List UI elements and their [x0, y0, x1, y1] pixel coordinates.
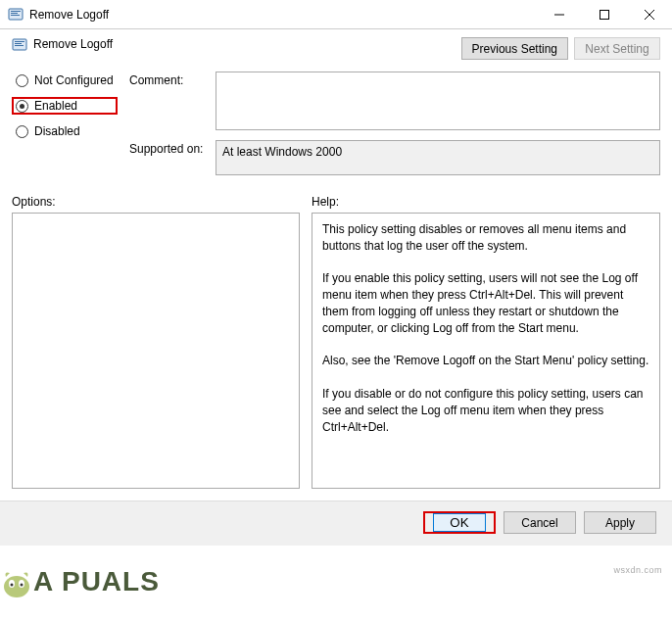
maximize-button[interactable]: [582, 0, 627, 29]
radio-circle-icon: [16, 74, 28, 87]
columns-header: Options: Help:: [0, 187, 672, 213]
svg-rect-0: [9, 9, 23, 20]
svg-point-16: [21, 584, 24, 587]
state-radio-group: Not Configured Enabled Disabled: [12, 72, 118, 175]
svg-rect-3: [11, 15, 20, 16]
radio-not-configured-label: Not Configured: [34, 73, 114, 87]
svg-rect-2: [11, 13, 18, 14]
navigation-buttons: Previous Setting Next Setting: [461, 37, 660, 60]
svg-rect-1: [11, 11, 21, 12]
comment-input[interactable]: [216, 72, 660, 130]
svg-rect-9: [15, 41, 24, 42]
apply-button[interactable]: Apply: [584, 511, 656, 534]
svg-point-15: [11, 584, 14, 587]
minimize-button[interactable]: [537, 0, 582, 29]
config-section: Not Configured Enabled Disabled Comment:…: [0, 60, 672, 187]
brand-mascot-icon: [0, 567, 33, 600]
panes: This policy setting disables or removes …: [0, 213, 672, 501]
radio-circle-icon: [16, 125, 28, 138]
supported-row: Supported on: At least Windows 2000: [129, 140, 660, 175]
options-panel: [12, 213, 300, 489]
supported-label: Supported on:: [129, 140, 208, 156]
svg-point-12: [4, 576, 29, 597]
policy-icon: [8, 7, 24, 23]
options-label: Options:: [12, 195, 300, 209]
policy-title: Remove Logoff: [33, 37, 461, 51]
brand-watermark: A PUALS: [0, 566, 160, 600]
header-section: Remove Logoff Previous Setting Next Sett…: [0, 29, 672, 60]
radio-not-configured[interactable]: Not Configured: [12, 72, 118, 89]
watermark-text: wsxdn.com: [613, 565, 662, 575]
cancel-button[interactable]: Cancel: [504, 511, 576, 534]
radio-dot-icon: [20, 104, 24, 109]
svg-rect-5: [600, 10, 609, 19]
window-controls: [537, 0, 672, 29]
policy-item-icon: [12, 37, 27, 53]
radio-disabled-label: Disabled: [34, 124, 80, 138]
svg-rect-10: [15, 43, 22, 44]
radio-circle-icon: [16, 100, 28, 113]
help-panel: This policy setting disables or removes …: [312, 213, 660, 489]
radio-disabled[interactable]: Disabled: [12, 122, 118, 140]
brand-text: A PUALS: [33, 566, 160, 596]
comment-row: Comment:: [129, 72, 660, 130]
next-setting-button: Next Setting: [574, 37, 660, 60]
ok-button[interactable]: OK: [433, 513, 486, 532]
help-label: Help:: [312, 195, 660, 209]
comment-label: Comment:: [129, 72, 208, 87]
ok-button-highlight: OK: [423, 511, 496, 534]
supported-value: At least Windows 2000: [216, 140, 660, 175]
radio-enabled-label: Enabled: [34, 99, 77, 113]
dialog-buttons: OK Cancel Apply: [0, 501, 672, 546]
svg-rect-8: [13, 39, 26, 50]
radio-enabled[interactable]: Enabled: [12, 97, 118, 115]
titlebar: Remove Logoff: [0, 0, 672, 29]
window-title: Remove Logoff: [29, 8, 537, 22]
close-button[interactable]: [627, 0, 672, 29]
fields-column: Comment: Supported on: At least Windows …: [129, 72, 660, 175]
previous-setting-button[interactable]: Previous Setting: [461, 37, 568, 60]
svg-rect-11: [15, 45, 24, 46]
